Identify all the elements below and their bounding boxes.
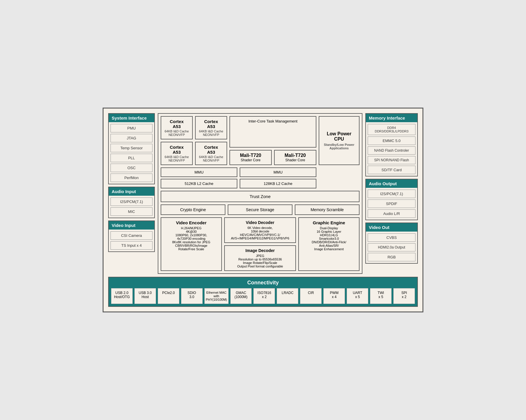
cortex-a53-1: CortexA53 64KB I&D CacheNEON/VFP: [161, 116, 193, 139]
video-encoder-box: Video Encoder H.264/MJPEG4K@301080P60, 2…: [161, 217, 222, 271]
system-interface-section: System Interface PMU JTAG Temp Sensor PL…: [108, 113, 155, 184]
video-input-section: Video Input CSI Camera TS Input x 4: [108, 220, 155, 252]
mali-t720-1-title: Mali-T720: [232, 153, 269, 158]
mmu-cache-right: MMU 128KB L2 Cache: [240, 167, 316, 188]
conn-ethernet: Ethernet MACwith PHY(10/100M): [204, 288, 229, 304]
item-spdif: SPDIF: [368, 200, 415, 208]
item-i2s-pcm-in: I2S/PCM(7.1): [111, 197, 152, 206]
memory-interface-items: DDR4DDR3/DDR3L/LPDDR3 EMMC 5.0 NAND Flas…: [366, 122, 417, 176]
cortex-a53-3: CortexA53 64KB I&D CacheNEON/VFP: [161, 142, 193, 165]
mali-t720-1-sub: Shader Core: [232, 158, 269, 162]
graphic-engine-sub: Dual-Display16 Graphic LayerHDR10,HLGSma…: [301, 226, 357, 251]
video-input-items: CSI Camera TS Input x 4: [109, 230, 154, 251]
item-osc: OSC: [111, 164, 152, 172]
video-out-header: Video Out: [366, 223, 417, 232]
conn-usb30: USB 3.0Host: [134, 288, 156, 304]
main-layout: System Interface PMU JTAG Temp Sensor PL…: [108, 113, 418, 274]
cortex-a53-2-sub: 64KB I&D CacheNEON/VFP: [198, 130, 224, 136]
audio-input-items: I2S/PCM(7.1) MIC: [109, 196, 154, 218]
cortex-a53-1-sub: 64KB I&D CacheNEON/VFP: [164, 130, 190, 136]
conn-pcie: PCIe2.0: [158, 288, 179, 304]
crypto-row: Crypto Engine Secure Storage Memory Scra…: [161, 204, 360, 215]
item-nand-flash: NAND Flash Controler: [368, 146, 415, 155]
mmu-right-box: MMU: [240, 167, 316, 177]
item-csi-camera: CSI Camera: [111, 231, 152, 240]
conn-gmac: GMAC(1000M): [230, 288, 252, 304]
video-decoder-box: Video Decoder 6K Video decode,10bit deco…: [224, 217, 296, 243]
item-rgb: RGB: [368, 253, 415, 261]
cortex-pair-bottom: CortexA53 64KB I&D CacheNEON/VFP CortexA…: [161, 142, 227, 165]
item-jtag: JTAG: [111, 134, 152, 142]
mmu-left-box: MMU: [161, 167, 237, 177]
conn-iso7816: ISO7816x 2: [253, 288, 275, 304]
crypto-engine-box: Crypto Engine: [161, 204, 225, 215]
cortex-a53-3-title: CortexA53: [164, 145, 190, 155]
audio-output-header: Audio Output: [366, 179, 417, 188]
item-mic: MIC: [111, 207, 152, 216]
conn-cir: CIR: [300, 288, 322, 304]
item-perfmon: PerfMon: [111, 174, 152, 182]
graphic-engine-title: Graphic Engine: [301, 220, 357, 225]
mali-t720-2: Mali-T720 Shader Core: [274, 150, 316, 165]
video-encoder-title: Video Encoder: [164, 220, 219, 225]
item-cvbs: CVBS: [368, 233, 415, 242]
item-hdmi: HDMI2.0a Output: [368, 243, 415, 251]
cache-right-box: 128KB L2 Cache: [240, 179, 316, 188]
image-decoder-title: Image Decoder: [227, 248, 293, 253]
video-out-section: Video Out CVBS HDMI2.0a Output RGB: [365, 223, 418, 264]
low-power-spacer: [319, 167, 360, 188]
cortex-a53-1-title: CortexA53: [164, 119, 190, 129]
item-ts-input: TS Input x 4: [111, 241, 152, 250]
chip-diagram: System Interface PMU JTAG Temp Sensor PL…: [103, 108, 423, 312]
connectivity-title: Connectivity: [111, 280, 415, 286]
item-sd-tf: SD/TF Card: [368, 166, 415, 174]
conn-uart: UARTx 5: [347, 288, 368, 304]
item-ddr4: DDR4DDR3/DDR3L/LPDDR3: [368, 124, 415, 135]
cortex-a53-4-sub: 64KB I&D CacheNEON/VFP: [198, 155, 224, 162]
memory-interface-section: Memory Interface DDR4DDR3/DDR3L/LPDDR3 E…: [365, 113, 418, 176]
mmu-cache-left: MMU 512KB L2 Cache: [161, 167, 237, 188]
item-emmc: EMMC 5.0: [368, 136, 415, 145]
trust-zone-box: Trust Zone: [161, 191, 360, 202]
low-power-cpu: Low PowerCPU Standby/Low PowerApplicatio…: [319, 116, 360, 165]
image-decoder-box: Image Decoder JPEGResolution up to 65536…: [224, 245, 296, 271]
video-input-header: Video Input: [109, 221, 154, 230]
center-area: CortexA53 64KB I&D CacheNEON/VFP CortexA…: [158, 113, 362, 274]
low-power-sub: Standby/Low PowerApplications: [322, 143, 357, 150]
mali-t720-2-sub: Shader Core: [277, 158, 313, 162]
mali-t720-2-title: Mali-T720: [277, 153, 313, 158]
inter-core-box: Inter-Core Task Management: [229, 116, 316, 148]
video-out-items: CVBS HDMI2.0a Output RGB: [366, 232, 417, 263]
video-decoder-title: Video Decoder: [227, 220, 293, 225]
cortex-a53-2: CortexA53 64KB I&D CacheNEON/VFP: [195, 116, 227, 139]
conn-lradc: LRADC: [277, 288, 298, 304]
cortex-a53-4: CortexA53 64KB I&D CacheNEON/VFP: [195, 142, 227, 165]
system-interface-header: System Interface: [109, 114, 154, 122]
left-sidebar: System Interface PMU JTAG Temp Sensor PL…: [108, 113, 155, 274]
video-decoder-sub: 6K Video decode,10bit decodeHEVC/AVC/MVC…: [227, 226, 293, 240]
audio-input-header: Audio Input: [109, 187, 154, 196]
item-pll: PLL: [111, 154, 152, 162]
cortex-pair-top: CortexA53 64KB I&D CacheNEON/VFP CortexA…: [161, 116, 227, 139]
item-temp-sensor: Temp Sensor: [111, 144, 152, 152]
audio-output-items: I2S/PCM(7.1) SPDIF Audio L/R: [366, 188, 417, 220]
conn-spi: SPIx 2: [393, 288, 415, 304]
cortex-a53-2-title: CortexA53: [198, 119, 224, 129]
system-interface-items: PMU JTAG Temp Sensor PLL OSC PerfMon: [109, 122, 154, 184]
mmu-cache-section: MMU 512KB L2 Cache MMU 128KB L2 Cache: [161, 167, 360, 188]
gpu-intercore-group: Inter-Core Task Management Mali-T720 Sha…: [229, 116, 316, 165]
memory-interface-header: Memory Interface: [366, 114, 417, 122]
graphic-engine-box: Graphic Engine Dual-Display16 Graphic La…: [298, 217, 360, 271]
conn-usb20: USB 2.0Host/OTG: [111, 288, 133, 304]
connectivity-items: USB 2.0Host/OTG USB 3.0Host PCIe2.0 SDIO…: [111, 288, 415, 304]
conn-sdio: SDIO3.0: [181, 288, 203, 304]
audio-output-section: Audio Output I2S/PCM(7.1) SPDIF Audio L/…: [365, 179, 418, 220]
connectivity-section: Connectivity USB 2.0Host/OTG USB 3.0Host…: [108, 277, 418, 307]
right-sidebar: Memory Interface DDR4DDR3/DDR3L/LPDDR3 E…: [365, 113, 418, 274]
mali-t720-1: Mali-T720 Shader Core: [229, 150, 272, 165]
image-decoder-sub: JPEGResolution up to 65536x65536Image Ro…: [227, 254, 293, 268]
secure-storage-box: Secure Storage: [228, 204, 292, 215]
audio-input-section: Audio Input I2S/PCM(7.1) MIC: [108, 187, 155, 218]
conn-twi: TWIx 5: [370, 288, 392, 304]
item-spi-nor: SPI NOR/NAND Flash: [368, 156, 415, 164]
